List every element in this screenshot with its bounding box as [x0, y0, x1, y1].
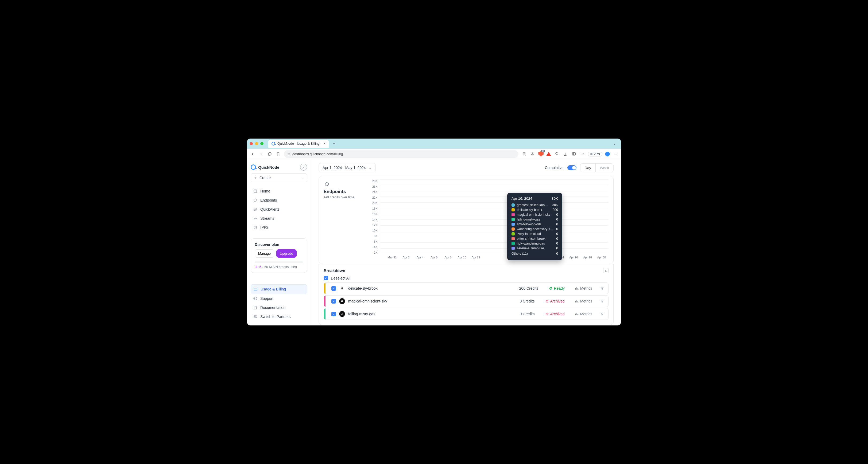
back-button[interactable] [250, 151, 255, 157]
cumulative-label: Cumulative [545, 166, 564, 170]
tooltip-row: serene-autumn-fire 0 [512, 246, 558, 250]
docs-icon [253, 305, 258, 310]
seg-day-button[interactable]: Day [581, 164, 596, 172]
shield-icon[interactable]: 15 [538, 152, 544, 157]
row-checkbox[interactable]: ✓ [331, 299, 336, 303]
deselect-all[interactable]: ✓ Deselect All [323, 276, 609, 280]
chain-icon [339, 286, 345, 291]
downloads-icon[interactable] [562, 151, 568, 157]
sidebar-toggle-icon[interactable] [571, 151, 577, 157]
brave-icon[interactable] [546, 152, 551, 156]
swatch-icon [512, 237, 515, 240]
vpn-button[interactable]: VPN [588, 152, 602, 157]
tab-title: QuickNode - Usage & Billing [277, 142, 320, 145]
create-label: Create [259, 176, 271, 180]
svg-rect-1 [572, 153, 576, 155]
tab-overflow-button[interactable]: ⌄ [611, 140, 618, 147]
sidebar-item-quickalerts[interactable]: QuickAlerts [251, 205, 307, 214]
profile-icon[interactable] [605, 152, 610, 157]
swatch-icon [512, 232, 515, 235]
svg-point-11 [254, 315, 255, 317]
brand-logo-icon [251, 164, 256, 170]
filter-icon[interactable] [600, 287, 604, 290]
swatch-icon [512, 203, 515, 207]
tooltip-row: holy-wandering-gas 0 [512, 242, 558, 245]
toolbar-right: 15 VPN [521, 151, 618, 157]
chevron-down-icon: ⌄ [369, 166, 372, 170]
granularity-segment: Day Week [580, 163, 614, 172]
brand[interactable]: QuickNode [251, 164, 307, 171]
endpoint-credits: 200 Credits [519, 286, 538, 291]
sidebar-item-support[interactable]: Support [251, 294, 307, 303]
reload-button[interactable] [267, 151, 273, 157]
metrics-link[interactable]: Metrics [575, 286, 592, 291]
svg-point-10 [254, 298, 256, 299]
sidebar-item-home[interactable]: Home [251, 187, 307, 196]
maximize-window-icon[interactable] [260, 142, 264, 145]
tooltip-row: magical-omniscient-sky 0 [512, 213, 558, 217]
plan-title: Discover plan [255, 242, 303, 247]
swatch-icon [512, 223, 515, 226]
color-stripe [324, 283, 326, 294]
sidebar-item-switch-partners[interactable]: Switch to Partners [251, 312, 307, 321]
browser-toolbar: dashboard.quicknode.com/billing 15 VPN [247, 149, 621, 159]
endpoint-name: magical-omniscient-sky [348, 299, 387, 303]
row-checkbox[interactable]: ✓ [331, 312, 336, 317]
new-tab-button[interactable]: ＋ [331, 140, 337, 147]
filter-icon[interactable] [600, 299, 604, 303]
chart[interactable]: 28K26K24K22K20K18K16K14K12K10K8K6K4K2K M… [372, 176, 613, 264]
url-field[interactable]: dashboard.quicknode.com/billing [284, 150, 519, 158]
window-controls [250, 142, 264, 145]
create-button[interactable]: Create ⌄ [251, 173, 307, 183]
share-icon[interactable] [530, 151, 535, 157]
extensions-icon[interactable] [554, 151, 560, 157]
collapse-button[interactable]: ▴ [603, 268, 609, 273]
svg-rect-8 [254, 288, 257, 290]
metrics-link[interactable]: Metrics [575, 312, 592, 316]
cumulative-toggle[interactable] [567, 165, 577, 170]
sidebar-item-ipfs[interactable]: IPFS [251, 223, 307, 232]
endpoint-credits: 0 Credits [520, 312, 534, 316]
close-window-icon[interactable] [250, 142, 253, 145]
color-stripe [324, 308, 326, 320]
tooltip-total: 30K [552, 197, 558, 200]
bookmark-button[interactable] [275, 151, 281, 157]
svg-rect-5 [254, 190, 257, 193]
billing-icon [253, 287, 258, 292]
tooltip-date: Apr 16, 2024 [512, 197, 532, 200]
streams-icon [253, 216, 258, 221]
row-checkbox[interactable]: ✓ [331, 286, 336, 291]
content: Endpoints API credits over time 28K26K24… [311, 176, 621, 326]
upgrade-button[interactable]: Upgrade [276, 250, 297, 258]
metrics-link[interactable]: Metrics [575, 299, 592, 303]
tooltip-others-value: 0 [556, 252, 558, 256]
wallet-icon[interactable] [579, 151, 585, 157]
date-range-button[interactable]: Apr 1, 2024 - May 1, 2024 ⌄ [318, 163, 376, 172]
swatch-icon [512, 213, 515, 216]
svg-point-6 [254, 208, 257, 211]
tooltip-row: shy-billowing-orb 0 [512, 222, 558, 226]
zoom-icon[interactable] [521, 151, 527, 157]
endpoint-row[interactable]: ✓ falling-misty-gas 0 Credits Archived M… [323, 308, 609, 320]
sidebar-item-documentation[interactable]: Documentation [251, 303, 307, 312]
breakdown-title: Breakdown [323, 268, 345, 273]
manage-button[interactable]: Manage [255, 250, 274, 258]
tab-favicon-icon [272, 142, 275, 145]
forward-button[interactable] [258, 151, 264, 157]
browser-tab[interactable]: QuickNode - Usage & Billing × [268, 140, 329, 147]
endpoint-row[interactable]: ✓ delicate-sly-brook 200 Credits Ready M… [323, 283, 609, 294]
alerts-icon [253, 207, 258, 212]
endpoint-row[interactable]: ✓ magical-omniscient-sky 0 Credits Archi… [323, 295, 609, 307]
filter-icon[interactable] [600, 312, 604, 316]
menu-icon[interactable] [613, 151, 618, 157]
sidebar-item-streams[interactable]: Streams [251, 214, 307, 223]
sidebar-item-endpoints[interactable]: Endpoints [251, 196, 307, 205]
sidebar-item-usage-billing[interactable]: Usage & Billing [251, 284, 307, 294]
site-settings-icon [287, 153, 290, 156]
chain-icon [339, 298, 345, 304]
chevron-down-icon: ⌄ [301, 176, 304, 180]
tab-close-icon[interactable]: × [323, 141, 326, 146]
seg-week-button[interactable]: Week [596, 164, 613, 172]
user-avatar-icon[interactable] [300, 164, 307, 171]
minimize-window-icon[interactable] [255, 142, 258, 145]
